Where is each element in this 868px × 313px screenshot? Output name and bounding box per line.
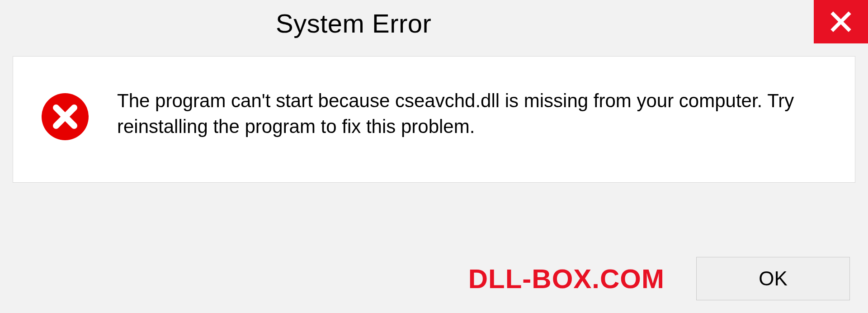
close-icon	[830, 10, 852, 33]
titlebar: System Error	[0, 0, 868, 45]
dialog-footer: DLL-BOX.COM OK	[0, 257, 868, 300]
ok-button[interactable]: OK	[696, 257, 850, 300]
close-button[interactable]	[814, 0, 868, 43]
error-message: The program can't start because cseavchd…	[117, 88, 837, 139]
dialog-content: The program can't start because cseavchd…	[13, 56, 855, 183]
window-title: System Error	[276, 8, 431, 38]
watermark-text: DLL-BOX.COM	[468, 263, 665, 294]
error-icon	[40, 92, 90, 142]
